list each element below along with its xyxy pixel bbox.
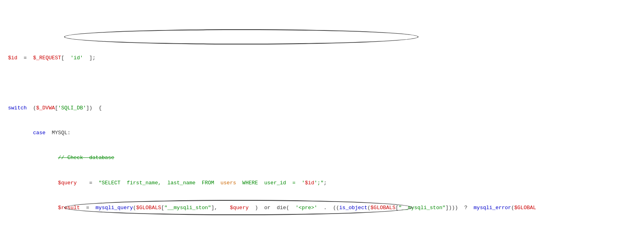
code-line (8, 79, 636, 87)
code-line: $query = "SELECT first_name, last_name F… (8, 179, 636, 188)
code-line (8, 229, 636, 234)
code-line: $id = $_REQUEST[ 'id' ]; (8, 54, 636, 63)
code-line: // Check database (8, 154, 636, 162)
code-line: case MYSQL: (8, 129, 636, 137)
code-line: $result = mysqli_query($GLOBALS["__mysql… (8, 204, 636, 212)
highlight-oval-1 (64, 29, 419, 44)
code-line: switch ($_DVWA['SQLI_DB']) { (8, 104, 636, 113)
code-block: $id = $_REQUEST[ 'id' ]; switch ($_DVWA[… (0, 0, 644, 234)
